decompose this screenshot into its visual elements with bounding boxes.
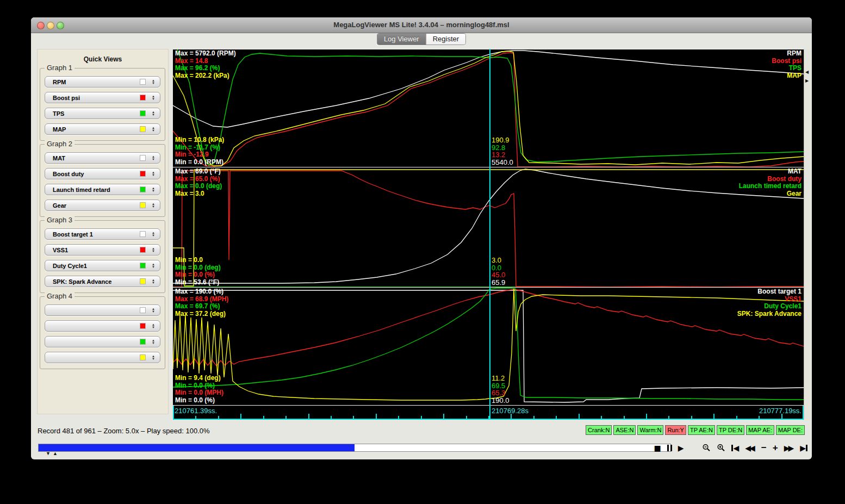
dropdown-stepper-icon[interactable]: ▲▼ (150, 95, 157, 101)
rewind-button[interactable]: ◀◀ (745, 444, 755, 452)
skip-to-end-button[interactable]: ▶ (800, 444, 807, 452)
dropdown-stepper-icon[interactable]: ▲▼ (150, 263, 157, 269)
channel-dropdown[interactable]: RPM▲▼ (45, 76, 160, 88)
time-tick (353, 416, 354, 419)
fast-forward-button[interactable]: ▶▶ (784, 444, 794, 452)
min-values: Min = 10.8 (kPa)Min = -11.7 (%)Min = -12… (175, 136, 224, 166)
tab-log-viewer[interactable]: Log Viewer (377, 34, 426, 45)
min-values-line: Min = 53.6 (°F) (175, 279, 221, 287)
series-line-tps (177, 49, 804, 166)
channel-dropdown[interactable]: Gear▲▼ (45, 200, 160, 211)
playback-cursor-line[interactable] (489, 49, 490, 420)
channel-dropdown[interactable]: SPK: Spark Advance▲▼ (45, 276, 160, 287)
dropdown-stepper-icon[interactable]: ▲▼ (150, 355, 157, 360)
dropdown-stepper-icon[interactable]: ▲▼ (150, 323, 157, 329)
max-values: Max = 5792.0 (RPM)Max = 14.8Max = 96.2 (… (175, 50, 236, 79)
dropdown-stepper-icon[interactable]: ▲▼ (150, 308, 157, 313)
legend-line: Boost psi (772, 58, 801, 65)
series-line-boost-target-1 (173, 290, 804, 402)
channel-dropdown[interactable]: Duty Cycle1▲▼ (45, 260, 160, 271)
title-bar[interactable]: MegaLogViewer MS Lite! 3.4.04 – morningl… (31, 17, 812, 33)
channel-dropdown[interactable]: Boost psi▲▼ (45, 92, 160, 103)
step-back-button[interactable]: − (761, 444, 767, 452)
cursor-values-line: 190.9 (492, 136, 513, 144)
time-tick (308, 414, 309, 419)
time-tick (691, 416, 692, 419)
max-values: Max = 190.0 (%)Max = 68.9 (MPH)Max = 69.… (175, 288, 228, 318)
dropdown-stepper-icon[interactable]: ▲▼ (150, 203, 157, 208)
channel-color-chip (140, 247, 146, 253)
channel-dropdown[interactable]: ▲▼ (45, 352, 160, 363)
channel-dropdown[interactable]: Launch timed retard▲▼ (45, 184, 160, 195)
dropdown-stepper-icon[interactable]: ▲▼ (150, 339, 157, 345)
dropdown-stepper-icon[interactable]: ▲▼ (150, 79, 157, 85)
dropdown-stepper-icon[interactable]: ▲▼ (150, 232, 157, 237)
channel-color-chip (140, 263, 146, 269)
channel-dropdown[interactable]: MAP▲▼ (45, 123, 160, 135)
channel-color-chip (140, 126, 146, 132)
play-button[interactable]: ▶ (678, 444, 684, 452)
cursor-values: 3.00.045.065.9 (492, 257, 505, 286)
stop-button[interactable]: ■ (654, 444, 661, 452)
channel-dropdown[interactable]: Boost duty▲▼ (45, 168, 160, 179)
graph-panel-2[interactable]: Max = 69.0 (°F)Max = 65.0 (%)Max = 0.0 (… (173, 167, 804, 287)
dropdown-stepper-icon[interactable]: ▲▼ (150, 279, 157, 284)
graph-panel-3[interactable]: Max = 190.0 (%)Max = 68.9 (MPH)Max = 69.… (173, 287, 804, 405)
splitter-collapse-left-icon[interactable]: ◀ (805, 70, 809, 74)
step-forward-button[interactable]: + (773, 444, 778, 452)
channel-color-chip (140, 339, 146, 345)
app-window: MegaLogViewer MS Lite! 3.4.04 – morningl… (31, 17, 812, 459)
channel-dropdown[interactable]: ▲▼ (45, 304, 160, 316)
channel-dropdown-value: RPM (48, 79, 140, 85)
graph-panel-1[interactable]: Max = 5792.0 (RPM)Max = 14.8Max = 96.2 (… (173, 49, 804, 167)
dropdown-stepper-icon[interactable]: ▲▼ (150, 155, 157, 161)
channel-dropdown[interactable]: ▲▼ (45, 320, 160, 332)
channel-dropdown-value: Launch timed retard (48, 186, 140, 193)
engine-status-badges: Crank:NASE:NWarm:NRun:YTP AE:NTP DE:NMAP… (586, 425, 805, 435)
tab-register[interactable]: Register (426, 34, 465, 45)
legend-line: VSS1 (737, 296, 801, 303)
zoom-out-button[interactable] (702, 444, 711, 452)
dropdown-stepper-icon[interactable]: ▲▼ (150, 187, 157, 192)
time-tick (195, 416, 196, 419)
cursor-values-line: 190.0 (492, 397, 510, 405)
status-badge-runy: Run:Y (665, 425, 686, 435)
channel-dropdown-value: Gear (48, 202, 140, 209)
dropdown-stepper-icon[interactable]: ▲▼ (150, 247, 157, 253)
channel-dropdown-value: MAT (48, 155, 140, 161)
zoom-in-button[interactable] (717, 444, 725, 452)
cursor-values-line: 65.9 (492, 279, 505, 287)
dropdown-stepper-icon[interactable]: ▲▼ (150, 111, 157, 116)
channel-dropdown[interactable]: ▲▼ (45, 336, 160, 347)
max-values-line: Max = 202.2 (kPa) (175, 72, 236, 80)
time-axis-baseline (173, 419, 804, 420)
channel-dropdown-value: Boost psi (48, 95, 140, 101)
channel-color-chip (140, 186, 146, 192)
group-graph-4: Graph 4▲▼▲▼▲▼▲▼ (40, 296, 165, 369)
group-label: Graph 3 (45, 216, 74, 224)
playback-progress-bar[interactable] (38, 444, 671, 452)
channel-dropdown[interactable]: Boost target 1▲▼ (45, 228, 160, 240)
status-badge-warmn: Warm:N (637, 425, 663, 435)
time-axis: 210761.39ss. 210769.28s 210777.19ss. (173, 405, 804, 420)
time-tick (736, 416, 737, 419)
max-values-line: Max = 69.0 (°F) (175, 168, 222, 176)
channel-dropdown[interactable]: VSS1▲▼ (45, 244, 160, 256)
dropdown-stepper-icon[interactable]: ▲▼ (150, 171, 157, 177)
playback-progress-fill (39, 444, 355, 451)
dropdown-stepper-icon[interactable]: ▲▼ (150, 127, 157, 132)
channel-color-chip (140, 307, 146, 313)
legend-line: Boost duty (739, 176, 801, 183)
splitter-expand-right-icon[interactable]: ▶ (805, 78, 809, 83)
transport-controls: ■▶◀◀◀−+▶▶▶ (654, 443, 807, 453)
legend: RPMBoost psiTPSMAP (772, 50, 801, 79)
time-tick (240, 414, 241, 419)
cursor-values: 11.269.565.3190.0 (492, 375, 510, 404)
channel-dropdown[interactable]: MAT▲▼ (45, 152, 160, 164)
skip-to-start-button[interactable]: ◀ (731, 444, 739, 452)
channel-dropdown[interactable]: TPS▲▼ (45, 108, 160, 119)
series-line-boost-psi (173, 53, 804, 167)
record-status-text: Record 481 of 961 – Zoom: 5.0x – Play sp… (38, 427, 210, 435)
channel-color-chip (140, 354, 146, 360)
pause-button[interactable] (667, 445, 672, 451)
